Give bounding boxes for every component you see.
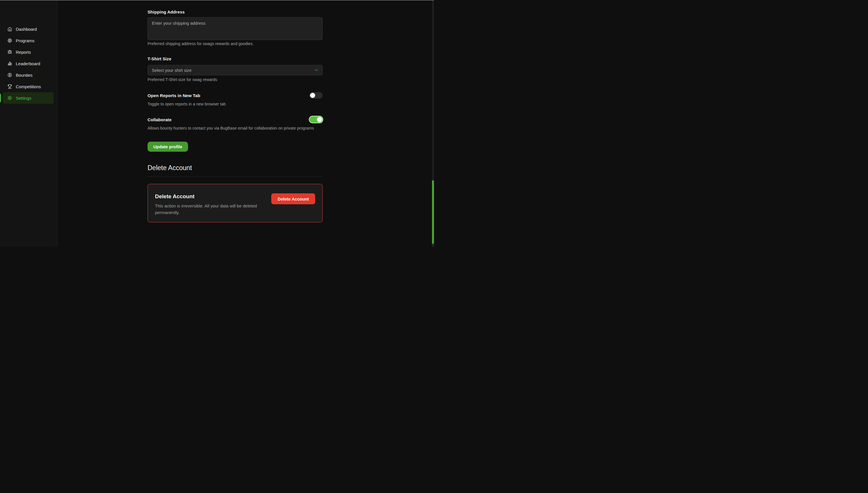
scrollbar-track[interactable] [432, 0, 434, 244]
delete-account-card: Delete Account This action is irreversib… [147, 184, 323, 222]
home-icon [7, 27, 12, 31]
sidebar-item-settings[interactable]: Settings [3, 92, 54, 104]
target-icon [7, 38, 12, 43]
collaborate-label: Collaborate [147, 116, 172, 123]
bug-icon [7, 50, 12, 54]
open-reports-label: Open Reports in New Tab [147, 92, 200, 99]
collaborate-helper: Allows bounty hunters to contact you via… [147, 125, 314, 131]
section-divider [147, 176, 323, 177]
sidebar: Dashboard Programs Reports Leaderboard B… [0, 0, 58, 246]
settings-page: { "sidebar": { "items": [ {"label": "Das… [0, 0, 434, 246]
sidebar-item-reports[interactable]: Reports [3, 46, 54, 58]
sidebar-item-programs[interactable]: Programs [3, 35, 54, 46]
bar-chart-icon [7, 61, 12, 66]
shipping-address-label: Shipping Address [147, 9, 185, 15]
shipping-address-textarea[interactable] [147, 17, 323, 40]
delete-account-button[interactable]: Delete Account [271, 193, 315, 204]
settings-content: Shipping Address Preferred shipping addr… [147, 0, 323, 246]
open-reports-helper: Toggle to open reports in a new browser … [147, 101, 226, 107]
tshirt-size-select[interactable]: Select your shirt size [147, 65, 323, 75]
collaborate-toggle[interactable] [310, 116, 323, 123]
sidebar-item-bounties[interactable]: Bounties [3, 69, 54, 81]
toggle-knob [310, 93, 315, 98]
dollar-circle-icon [7, 73, 12, 77]
sidebar-item-competitions[interactable]: Competitions [3, 81, 54, 92]
active-indicator [0, 94, 1, 102]
scrollbar-corner [432, 244, 434, 246]
sidebar-item-dashboard[interactable]: Dashboard [3, 23, 54, 35]
sidebar-nav: Dashboard Programs Reports Leaderboard B… [0, 23, 57, 104]
delete-account-card-text: This action is irreversible. All your da… [155, 202, 257, 216]
shipping-address-helper: Preferred shipping address for swags rew… [147, 41, 254, 46]
window-top-edge [0, 0, 434, 0]
tshirt-size-label: T-Shirt Size [147, 56, 172, 62]
gear-icon [7, 96, 12, 100]
sidebar-item-leaderboard[interactable]: Leaderboard [3, 58, 54, 69]
delete-account-section-title: Delete Account [147, 164, 192, 172]
tshirt-size-helper: Preferred T-Shirt size for swag rewards [147, 77, 217, 83]
trophy-icon [7, 84, 12, 89]
toggle-knob [317, 117, 322, 122]
scrollbar-thumb[interactable] [432, 180, 434, 244]
open-reports-toggle[interactable] [310, 92, 323, 99]
tshirt-size-select-value: Select your shirt size [152, 68, 191, 73]
chevron-down-icon [314, 68, 319, 72]
update-profile-button[interactable]: Update profile [147, 142, 188, 152]
